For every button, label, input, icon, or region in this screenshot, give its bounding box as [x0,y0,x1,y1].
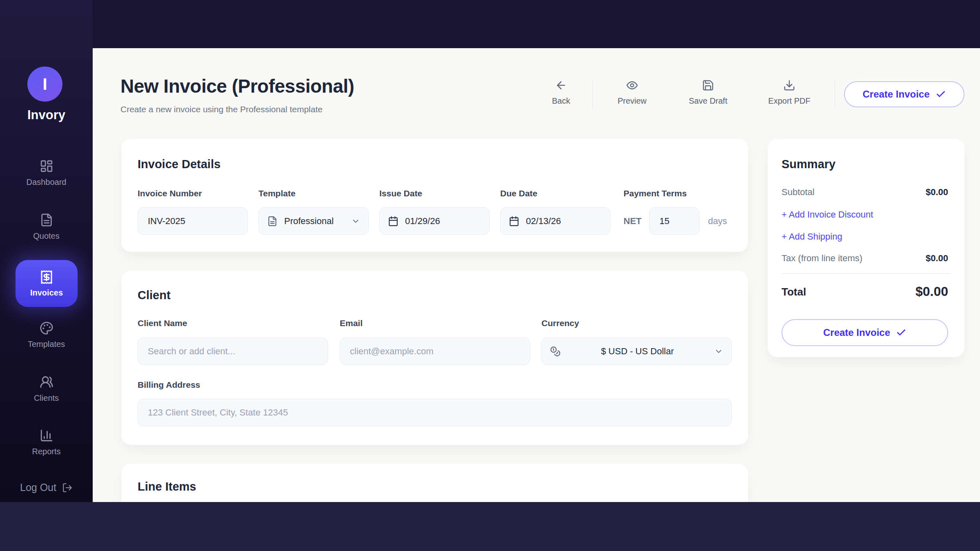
tax-value: $0.00 [926,253,948,264]
invoice-details-card: Invoice Details Invoice Number Template … [121,139,748,252]
line-items-card: Line Items [121,464,748,502]
email-label: Email [340,318,363,328]
create-invoice-button-header[interactable]: Create Invoice [844,81,964,107]
payment-terms-input[interactable] [649,207,699,235]
calendar-icon [509,216,519,227]
app-logo: I [27,67,62,102]
sidebar: I Invory Dashboard Quotes Invoices Templ… [0,0,93,502]
logout-button[interactable]: Log Out [0,482,93,493]
summary-title: Summary [782,158,835,171]
invoice-number-input[interactable] [138,207,248,235]
eye-icon [626,79,638,91]
sidebar-item-label: Dashboard [27,178,67,187]
arrow-left-icon [555,79,567,91]
currency-select[interactable]: $ USD - US Dollar [541,338,732,365]
header-divider [592,81,593,109]
currency-label: Currency [541,318,579,328]
export-pdf-label: Export PDF [768,96,810,106]
dashboard-icon [40,159,53,173]
receipt-icon [39,270,54,284]
due-date-value: 02/13/26 [526,216,561,227]
billing-address-input[interactable] [138,399,732,426]
billing-address-label: Billing Address [138,380,200,390]
total-label: Total [782,286,806,298]
invoice-number-label: Invoice Number [138,189,202,198]
subtotal-label: Subtotal [782,187,815,198]
preview-label: Preview [617,96,646,106]
due-date-input[interactable]: 02/13/26 [500,207,610,235]
client-name-input[interactable] [138,338,328,365]
users-icon [40,375,53,389]
total-value: $0.00 [915,284,948,299]
preview-button[interactable]: Preview [601,79,663,106]
page-title: New Invoice (Professional) [120,75,354,97]
client-name-label: Client Name [138,318,187,328]
export-pdf-button[interactable]: Export PDF [759,79,820,106]
line-items-title: Line Items [138,480,196,493]
chevron-down-icon [351,217,360,226]
issue-date-input[interactable]: 01/29/26 [379,207,490,235]
invoice-details-title: Invoice Details [138,158,220,171]
issue-date-label: Issue Date [379,189,422,198]
create-invoice-label: Create Invoice [862,89,929,100]
sidebar-item-quotes[interactable]: Quotes [0,213,93,241]
summary-divider [782,273,951,274]
save-icon [702,79,714,91]
download-icon [783,79,795,91]
payment-terms-suffix: days [708,207,727,235]
template-value: Professional [284,216,334,227]
save-draft-button[interactable]: Save Draft [677,79,739,106]
payment-terms-label: Payment Terms [624,189,687,198]
sidebar-item-dashboard[interactable]: Dashboard [0,159,93,187]
app-logo-letter: I [42,75,47,93]
email-input[interactable] [340,338,530,365]
logout-label: Log Out [20,482,56,493]
check-icon [935,89,946,100]
app-name: Invory [0,108,93,122]
calendar-icon [388,216,399,227]
save-draft-label: Save Draft [689,96,727,106]
back-button[interactable]: Back [530,79,592,106]
file-text-icon [40,213,53,227]
template-label: Template [258,189,296,198]
check-icon [896,327,906,338]
sidebar-item-templates[interactable]: Templates [0,321,93,349]
add-invoice-discount-link[interactable]: + Add Invoice Discount [782,209,873,220]
sidebar-item-clients[interactable]: Clients [0,375,93,403]
create-invoice-label: Create Invoice [823,327,890,338]
add-shipping-link[interactable]: + Add Shipping [782,231,842,242]
sidebar-item-label: Invoices [30,288,63,298]
page-subtitle: Create a new invoice using the Professio… [120,104,323,114]
client-title: Client [138,289,171,302]
bar-chart-icon [40,429,53,442]
sidebar-item-label: Templates [28,340,65,349]
due-date-label: Due Date [500,189,537,198]
logout-icon [62,482,73,493]
summary-card: Summary Subtotal $0.00 + Add Invoice Dis… [768,139,964,357]
sidebar-item-label: Reports [32,447,60,456]
window-bottom-background [0,502,980,551]
sidebar-item-label: Quotes [33,231,59,241]
coins-icon [550,346,561,357]
subtotal-value: $0.00 [926,187,948,198]
main-content: New Invoice (Professional) Create a new … [93,48,980,502]
tax-label: Tax (from line items) [782,253,862,264]
back-label: Back [552,96,570,106]
sidebar-item-reports[interactable]: Reports [0,429,93,456]
sidebar-item-invoices-active[interactable]: Invoices [16,260,78,307]
file-text-icon [267,216,278,227]
sidebar-item-label: Clients [34,393,59,403]
template-select[interactable]: Professional [258,207,369,235]
currency-value: $ USD - US Dollar [567,346,708,357]
payment-terms-prefix: NET [624,207,641,235]
chevron-down-icon [714,347,723,356]
issue-date-value: 01/29/26 [405,216,440,227]
create-invoice-button-summary[interactable]: Create Invoice [782,319,948,346]
client-card: Client Client Name Email Currency $ USD … [121,271,748,445]
palette-icon [40,321,53,335]
header-divider [835,81,835,109]
